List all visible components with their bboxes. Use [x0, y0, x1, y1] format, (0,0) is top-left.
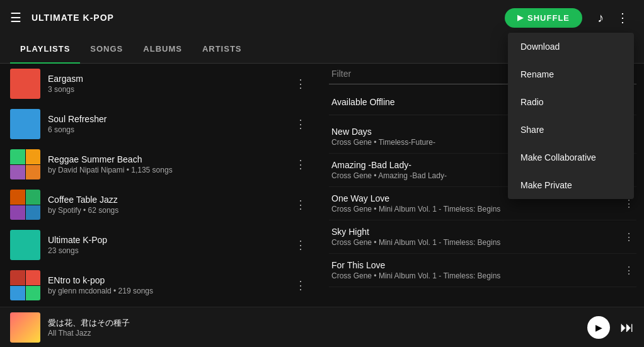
playlist-info: Coffee Table Jazz by Spotify • 62 songs [48, 195, 290, 215]
song-name: Sky Hight [331, 227, 624, 237]
song-name: For This Love [331, 260, 624, 270]
menu-item-rename[interactable]: Rename [508, 60, 634, 88]
now-playing-song: 愛は花、君はその種子 [48, 317, 587, 329]
list-item[interactable]: Eargasm 3 songs ⋮ [0, 64, 321, 104]
play-icon: ▶ [517, 13, 524, 22]
playlist-info: Ultimate K-Pop 23 songs [48, 235, 290, 255]
song-meta: Cross Gene • Mini Album Vol. 1 - Timeles… [331, 205, 624, 213]
menu-item-share[interactable]: Share [508, 116, 634, 144]
header-right: ▶ SHUFFLE ♪ ⋮ Download Rename Radio Shar… [505, 8, 634, 28]
menu-icon[interactable]: ☰ [10, 10, 21, 25]
tab-songs[interactable]: SONGS [80, 35, 133, 64]
shuffle-label: SHUFFLE [527, 13, 570, 23]
playlist-meta: 23 songs [48, 246, 290, 255]
playlist-name: Coffee Table Jazz [48, 195, 290, 205]
playlist-meta: by David Nipati Nipami • 1,135 songs [48, 166, 290, 174]
menu-item-download[interactable]: Download [508, 33, 634, 60]
song-more-button[interactable]: ⋮ [624, 231, 634, 243]
queue-icon-button[interactable]: ♪ [592, 8, 609, 28]
more-options-button[interactable]: ⋮ [611, 8, 634, 28]
song-more-button[interactable]: ⋮ [624, 265, 634, 276]
list-item[interactable]: ENtro to k-pop by glenn mcdonald • 219 s… [0, 265, 321, 305]
now-playing-info: 愛は花、君はその種子 All That Jazz [48, 317, 587, 338]
menu-item-make-collaborative[interactable]: Make Collaborative [508, 144, 634, 171]
playlist-name: Eargasm [48, 74, 290, 84]
playlist-more-button[interactable]: ⋮ [290, 276, 311, 295]
playback-controls: ▶ ⏭ [587, 316, 634, 339]
available-offline-label: Available Offline [331, 97, 395, 107]
list-item[interactable]: Soul Refresher 6 songs ⋮ [0, 104, 321, 144]
playlist-info: ENtro to k-pop by glenn mcdonald • 219 s… [48, 275, 290, 295]
playlist-more-button[interactable]: ⋮ [290, 74, 311, 93]
list-item[interactable]: Coffee Table Jazz by Spotify • 62 songs … [0, 185, 321, 225]
playlist-more-button[interactable]: ⋮ [290, 195, 311, 214]
playlist-name: ENtro to k-pop [48, 275, 290, 285]
play-pause-button[interactable]: ▶ [587, 316, 610, 339]
song-more-button[interactable]: ⋮ [624, 198, 634, 210]
playlist-more-button[interactable]: ⋮ [290, 236, 311, 254]
playlist-panel: Eargasm 3 songs ⋮ Soul Refresher 6 songs… [0, 64, 321, 305]
playlist-name: Soul Refresher [48, 114, 290, 124]
list-item[interactable]: Reggae Summer Beach by David Nipati Nipa… [0, 144, 321, 185]
menu-item-radio[interactable]: Radio [508, 88, 634, 116]
list-item[interactable]: Sky Hight Cross Gene • Mini Album Vol. 1… [329, 220, 636, 254]
song-meta: Cross Gene • Mini Album Vol. 1 - Timeles… [331, 271, 624, 280]
shuffle-button[interactable]: ▶ SHUFFLE [505, 8, 582, 28]
song-info: For This Love Cross Gene • Mini Album Vo… [331, 260, 624, 280]
playlist-info: Soul Refresher 6 songs [48, 114, 290, 134]
playlist-more-button[interactable]: ⋮ [290, 155, 311, 174]
tab-artists[interactable]: ARTISTS [192, 35, 252, 64]
playlist-more-button[interactable]: ⋮ [290, 115, 311, 134]
next-button[interactable]: ⏭ [620, 319, 634, 336]
header: ☰ ULTIMATE K-POP ▶ SHUFFLE ♪ ⋮ Download … [0, 0, 644, 35]
playlist-meta: 3 songs [48, 85, 290, 94]
tab-albums[interactable]: ALBUMS [133, 35, 192, 64]
now-playing-thumb [10, 312, 40, 343]
list-item[interactable]: For This Love Cross Gene • Mini Album Vo… [329, 254, 636, 287]
playlist-info: Reggae Summer Beach by David Nipati Nipa… [48, 154, 290, 174]
list-item[interactable]: Ultimate K-Pop 23 songs ⋮ [0, 225, 321, 265]
song-meta: Cross Gene • Mini Album Vol. 1 - Timeles… [331, 238, 624, 247]
playlist-meta: by Spotify • 62 songs [48, 206, 290, 215]
now-playing-bar: 愛は花、君はその種子 All That Jazz ▶ ⏭ [0, 307, 644, 347]
menu-item-make-private[interactable]: Make Private [508, 171, 634, 199]
song-info: Sky Hight Cross Gene • Mini Album Vol. 1… [331, 227, 624, 247]
playlist-meta: 6 songs [48, 125, 290, 134]
playlist-info: Eargasm 3 songs [48, 74, 290, 94]
playlist-meta: by glenn mcdonald • 219 songs [48, 287, 290, 295]
now-playing-artist: All That Jazz [48, 329, 587, 338]
playlist-name: Reggae Summer Beach [48, 154, 290, 164]
playlist-name: Ultimate K-Pop [48, 235, 290, 245]
context-menu: Download Rename Radio Share Make Collabo… [508, 33, 634, 199]
tab-playlists[interactable]: PLAYLISTS [10, 35, 80, 64]
app-title: ULTIMATE K-POP [32, 13, 505, 23]
